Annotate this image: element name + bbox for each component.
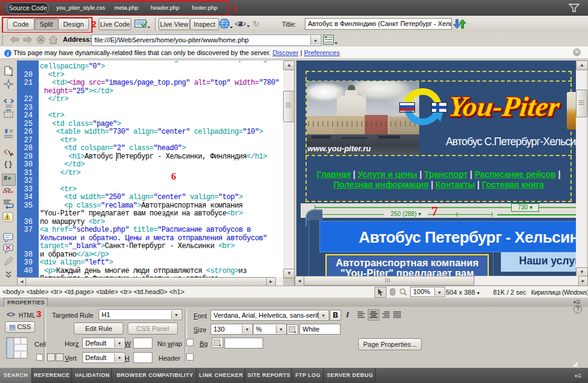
- svg-text:You-Piter: You-Piter: [447, 91, 562, 122]
